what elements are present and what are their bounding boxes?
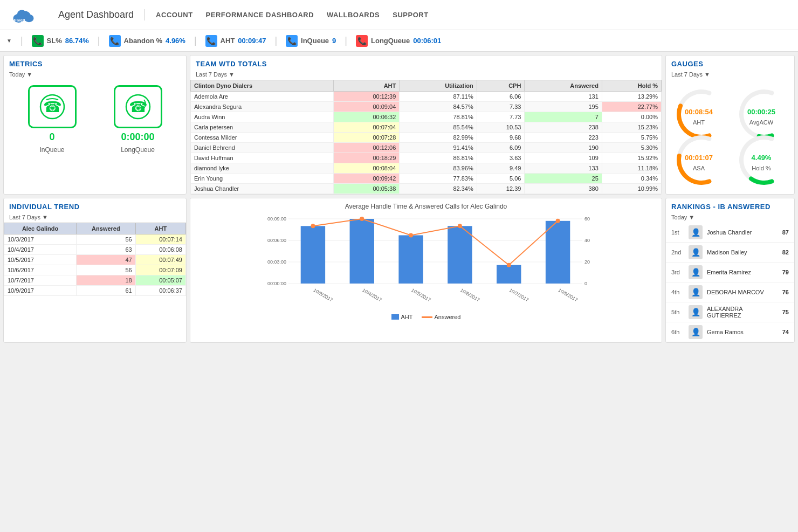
team-period-dropdown[interactable]: Last 7 Days ▼: [196, 71, 235, 78]
svg-rect-23: [350, 219, 374, 284]
rank-name: Gema Ramos: [707, 329, 778, 335]
svg-rect-31: [546, 221, 570, 284]
longqueue-widget: ☎ 0:00:00 LongQueue: [114, 85, 162, 154]
nav-account[interactable]: ACCOUNT: [156, 11, 193, 19]
logo-icon: Five9: [11, 7, 35, 23]
chart-legend: AHT Answered: [195, 314, 657, 320]
rank-avatar: 👤: [689, 245, 703, 259]
rankings-list: 1st 👤 Joshua Chandler 87 2nd 👤 Madison B…: [666, 223, 794, 342]
svg-rect-21: [301, 226, 325, 284]
rank-name: Joshua Chandler: [707, 229, 778, 236]
svg-text:Five9: Five9: [14, 17, 25, 22]
rank-number: 5th: [671, 309, 684, 315]
chart-svg: 00:00:0000:03:0000:06:0000:09:0002040601…: [195, 213, 657, 310]
svg-point-35: [409, 233, 413, 237]
ind-answered: 18: [77, 275, 136, 286]
metrics-period-dropdown[interactable]: Today ▼: [9, 71, 32, 78]
inqueue-value: 9: [332, 37, 336, 45]
svg-point-34: [360, 217, 364, 221]
individual-title: INDIVIDUAL TREND: [4, 198, 186, 213]
row-util: 85.54%: [400, 122, 477, 133]
svg-point-38: [556, 219, 560, 223]
svg-text:00:06:00: 00:06:00: [267, 238, 286, 243]
ind-answered: 56: [77, 265, 136, 275]
ind-date: 10/6/2017: [4, 265, 77, 275]
row-aht: 00:09:42: [334, 174, 400, 184]
inqueue-widget: ☎ 0 InQueue: [28, 85, 77, 154]
row-aht: 00:18:29: [334, 153, 400, 163]
inqueue-metric-label: InQueue: [39, 146, 64, 154]
rank-score: 82: [782, 249, 789, 255]
nav-performance[interactable]: PERFORMANCE DASHBOARD: [206, 11, 314, 19]
row-hold: 5.75%: [602, 133, 661, 143]
rank-number: 4th: [671, 289, 684, 295]
row-util: 77.83%: [400, 174, 477, 184]
gauges-grid: 00:08:54 AHT 00:00:25 AvgACW 00:01:07 AS…: [666, 80, 794, 175]
row-aht: 00:06:32: [334, 112, 400, 122]
gauge-value: 4.49%: [752, 154, 772, 162]
ind-aht: 00:06:08: [135, 245, 185, 255]
list-item: 5th 👤 ALEXANDRA GUTIERREZ 75: [666, 302, 794, 322]
gauge-svg-wrap: 00:01:07: [672, 129, 726, 164]
individual-table-body: 10/3/2017 56 00:07:14 10/4/2017 63 00:06…: [4, 234, 186, 296]
rank-score: 79: [782, 269, 789, 275]
list-item: 10/5/2017 47 00:07:49: [4, 255, 186, 265]
gauge-svg-wrap: 00:08:54: [672, 83, 726, 118]
rank-name: Madison Bailey: [707, 249, 778, 255]
nav-wallboards[interactable]: WALLBOARDS: [327, 11, 380, 19]
rankings-period-bar: Today ▼: [666, 213, 794, 223]
svg-text:60: 60: [584, 216, 590, 222]
svg-text:10/4/2017: 10/4/2017: [361, 287, 383, 303]
row-util: 86.81%: [400, 153, 477, 163]
svg-text:10/7/2017: 10/7/2017: [508, 287, 530, 303]
list-item: 10/7/2017 18 00:05:07: [4, 275, 186, 286]
status-inqueue: 📞 InQueue 9: [286, 35, 336, 47]
row-cph: 6.09: [477, 143, 525, 153]
metrics-panel: METRICS Today ▼ ☎ 0 InQueue: [3, 55, 187, 195]
list-item: 4th 👤 DEBORAH MARCOV 76: [666, 282, 794, 302]
aht-icon: 📞: [205, 35, 217, 47]
svg-text:10/5/2017: 10/5/2017: [410, 287, 432, 303]
row-answered: 238: [525, 122, 602, 133]
gauge-item: 00:01:07 ASA: [669, 129, 728, 171]
row-aht: 00:05:38: [334, 184, 400, 194]
gauge-value: 00:01:07: [685, 154, 713, 162]
gauges-panel: GAUGES Last 7 Days ▼ 00:08:54 AHT 00:00:…: [665, 55, 795, 195]
ind-date: 10/5/2017: [4, 255, 77, 265]
rank-avatar: 👤: [689, 305, 703, 319]
rank-score: 76: [782, 289, 789, 295]
gauge-value: 00:00:25: [747, 108, 775, 116]
legend-aht: AHT: [391, 314, 413, 320]
row-cph: 6.06: [477, 92, 525, 102]
chart-area: 00:00:0000:03:0000:06:0000:09:0002040601…: [195, 213, 657, 310]
row-name: Carla petersen: [191, 122, 334, 133]
svg-text:0: 0: [584, 281, 587, 286]
rankings-period-dropdown[interactable]: Today ▼: [671, 214, 694, 220]
list-item: 10/4/2017 63 00:06:08: [4, 245, 186, 255]
table-row: Carla petersen 00:07:04 85.54% 10.53 238…: [191, 122, 662, 133]
svg-text:00:00:00: 00:00:00: [267, 281, 286, 286]
status-dropdown-arrow[interactable]: ▼: [6, 38, 12, 44]
gauges-period-dropdown[interactable]: Last 7 Days ▼: [671, 71, 710, 78]
ind-aht: 00:05:07: [135, 275, 185, 286]
row-hold: 15.92%: [602, 153, 661, 163]
individual-period-dropdown[interactable]: Last 7 Days ▼: [9, 214, 48, 220]
longqueue-value: 00:06:01: [413, 37, 441, 45]
legend-answered: Answered: [422, 314, 461, 320]
ind-date: 10/9/2017: [4, 286, 77, 296]
row-answered: 25: [525, 174, 602, 184]
individual-table: Alec Galindo Answered AHT 10/3/2017 56 0…: [4, 223, 186, 296]
nav-support[interactable]: SUPPORT: [393, 11, 428, 19]
row-cph: 12.39: [477, 184, 525, 194]
row-cph: 10.53: [477, 122, 525, 133]
abandon-icon: 📞: [109, 35, 121, 47]
svg-text:☎: ☎: [43, 99, 61, 115]
longqueue-icon-box: ☎: [114, 85, 162, 128]
team-table: Clinton Dyno Dialers AHT Utilization CPH…: [190, 80, 662, 194]
main-content: METRICS Today ▼ ☎ 0 InQueue: [0, 52, 798, 346]
metrics-widgets: ☎ 0 InQueue ☎ 0:00:00 LongQueue: [4, 80, 186, 159]
row-cph: 3.63: [477, 153, 525, 163]
row-name: Ademola Are: [191, 92, 334, 102]
row-answered: 131: [525, 92, 602, 102]
ind-col-aht: AHT: [135, 223, 185, 234]
